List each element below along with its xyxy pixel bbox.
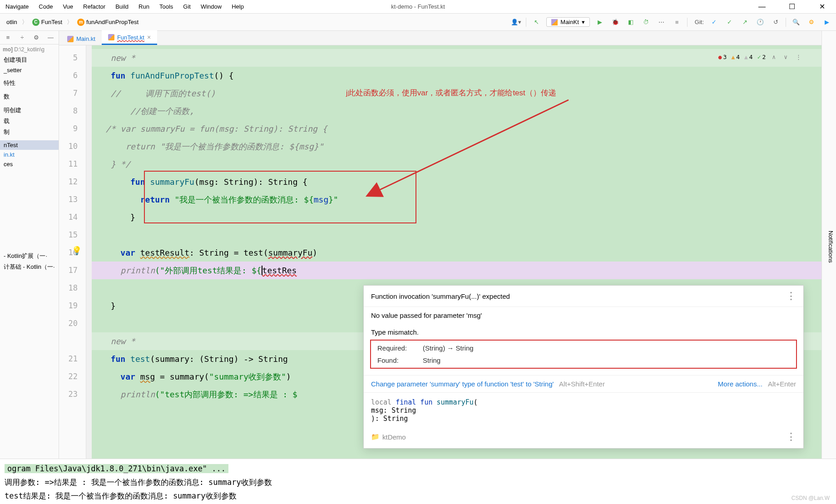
gutter-num: 21 [59, 350, 86, 368]
tree-node[interactable]: - Kotlin扩展（一· [0, 251, 59, 262]
menu-window[interactable]: Window [199, 2, 223, 11]
project-panel-header: ≡ ÷ ⚙ — [0, 31, 59, 44]
more-actions-link[interactable]: More actions... [718, 380, 762, 388]
debug-button[interactable]: 🐞 [610, 17, 621, 28]
tree-node[interactable]: 载 [0, 116, 59, 127]
code-line: fun summaryFu(msg: String): String { [92, 173, 821, 191]
tree-node[interactable]: 特性 [0, 78, 59, 89]
error-count[interactable]: ●3 [718, 48, 727, 66]
console-output: test结果是: 我是一个被当作参数的函数消息: summary收到参数 [5, 489, 831, 503]
git-history-icon[interactable]: 🕐 [755, 17, 766, 28]
code-line: } */ [92, 155, 821, 173]
menu-refactor[interactable]: Refactor [81, 2, 107, 11]
menu-navigate[interactable]: Navigate [4, 2, 30, 11]
menu-help[interactable]: Help [230, 2, 246, 11]
project-root[interactable]: mo] D:\2_kotlin\g [0, 44, 59, 54]
git-push-icon[interactable]: ↗ [739, 17, 750, 28]
notifications-tool[interactable]: Notifications [826, 227, 836, 267]
hide-icon[interactable]: — [45, 32, 56, 43]
tab-funtest[interactable]: FunTest.kt × [102, 30, 157, 45]
error-tooltip: Function invocation 'summaryFu(...)' exp… [363, 285, 804, 449]
tree-node[interactable]: 数 [0, 91, 59, 102]
run-button[interactable]: ▶ [594, 17, 605, 28]
git-rollback-icon[interactable]: ↺ [770, 17, 781, 28]
typo-count[interactable]: ✓2 [757, 48, 766, 66]
shortcut-hint: Alt+Enter [768, 380, 796, 388]
breadcrumb-sep: 〉 [67, 18, 73, 26]
gutter-num: 20 [59, 315, 86, 332]
stop-button[interactable]: ■ [672, 17, 683, 28]
console-cmd: ogram Files\Java\jdk1.8.0_271\bin\java.e… [5, 464, 228, 473]
menu-tools[interactable]: Tools [158, 2, 175, 11]
ide-settings-icon[interactable]: ⚙ [806, 17, 817, 28]
breadcrumb-item-0[interactable]: otlin [4, 18, 20, 26]
warning-count[interactable]: ▲4 [731, 48, 740, 66]
annotation-text: j此处函数必须，使用var，或者匿名方式，才能给test（）传递 [346, 84, 556, 102]
vcs-gutter [86, 45, 92, 459]
attach-button[interactable]: ⋯ [656, 17, 667, 28]
run-console[interactable]: ogram Files\Java\jdk1.8.0_271\bin\java.e… [0, 459, 836, 504]
git-update-icon[interactable]: ✓ [708, 17, 719, 28]
project-panel: ≡ ÷ ⚙ — mo] D:\2_kotlin\g 创建项目 _setter 特… [0, 31, 59, 459]
tree-node[interactable]: ces [0, 159, 59, 169]
profile-button[interactable]: ⏱ [641, 17, 652, 28]
breadcrumb-item-1[interactable]: C FunTest [30, 18, 65, 27]
code-line: return "我是一个被当作参数的函数消息: ${msg}" [92, 138, 821, 155]
divider [786, 18, 786, 27]
weak-warning-count[interactable]: ▲4 [744, 48, 753, 66]
tooltip-message: No value passed for parameter 'msg' [364, 307, 803, 324]
run-config-label: MainKt [560, 19, 579, 25]
select-target-icon[interactable]: ÷ [17, 32, 27, 43]
gutter-num: 5 [59, 49, 86, 67]
gutter-num: 14 [59, 208, 86, 226]
tree-node[interactable]: 明创建 [0, 105, 59, 116]
chevron-down-icon: ▾ [582, 19, 585, 25]
next-highlight-icon[interactable]: ∨ [782, 48, 789, 66]
breadcrumb-sep: 〉 [22, 18, 28, 26]
tree-node-funtest[interactable]: nTest [0, 140, 59, 150]
code-line: //创建一个函数, [92, 102, 821, 120]
git-commit-icon[interactable]: ✓ [724, 17, 735, 28]
close-button[interactable]: ✕ [811, 0, 832, 13]
search-icon[interactable]: 🔍 [791, 17, 801, 28]
coverage-button[interactable]: ◧ [625, 17, 636, 28]
tab-label: FunTest.kt [117, 34, 144, 41]
close-tab-icon[interactable]: × [147, 34, 151, 41]
intention-bulb-icon[interactable]: 💡 [72, 242, 82, 259]
required-value: (String) → String [423, 344, 790, 352]
maximize-button[interactable]: ☐ [782, 0, 802, 13]
quickfix-link[interactable]: Change parameter 'summary' type of funct… [371, 380, 554, 388]
user-icon[interactable]: 👤▾ [510, 17, 521, 28]
menu-build[interactable]: Build [114, 2, 130, 11]
more-icon[interactable]: ⋮ [794, 48, 803, 66]
menu-git[interactable]: Git [181, 2, 193, 11]
folder-icon: 📁 [371, 433, 380, 441]
tree-node[interactable]: 计基础 - Kotlin（一· [0, 262, 59, 272]
tooltip-message: Type mismatch. [364, 324, 803, 336]
tooltip-more-icon[interactable]: ⋮ [786, 290, 796, 302]
run-anything-icon[interactable]: ▶ [821, 17, 832, 28]
gear-icon[interactable]: ⚙ [31, 32, 42, 43]
run-config-selector[interactable]: MainKt ▾ [546, 17, 589, 27]
tree-node[interactable]: 创建项目 [0, 54, 59, 65]
collapse-icon[interactable]: ≡ [3, 32, 13, 43]
menu-code[interactable]: Code [37, 2, 54, 11]
tab-main[interactable]: Main.kt [61, 32, 102, 45]
prev-highlight-icon[interactable]: ∧ [770, 48, 777, 66]
tree-node-inkt[interactable]: in.kt [0, 150, 59, 159]
tree-node[interactable]: _setter [0, 65, 59, 75]
gutter-num: 19 [59, 297, 86, 315]
gutter-num: 7 [59, 84, 86, 102]
menu-run[interactable]: Run [137, 2, 151, 11]
build-hammer-icon[interactable]: ↖ [531, 17, 542, 28]
breadcrumb-item-2[interactable]: m funAndFunPropTest [74, 18, 141, 27]
tooltip-more-icon[interactable]: ⋮ [786, 431, 796, 443]
minimize-button[interactable]: — [752, 0, 772, 13]
tree-node[interactable]: 制 [0, 127, 59, 138]
console-output: 调用参数: =>结果是 : 我是一个被当作参数的函数消息: summary收到参… [5, 475, 831, 489]
divider [526, 18, 526, 27]
breadcrumb-label: FunTest [41, 19, 62, 25]
menu-vue[interactable]: Vue [61, 2, 75, 11]
git-label: Git: [695, 19, 704, 25]
gutter-num: 10 [59, 138, 86, 155]
